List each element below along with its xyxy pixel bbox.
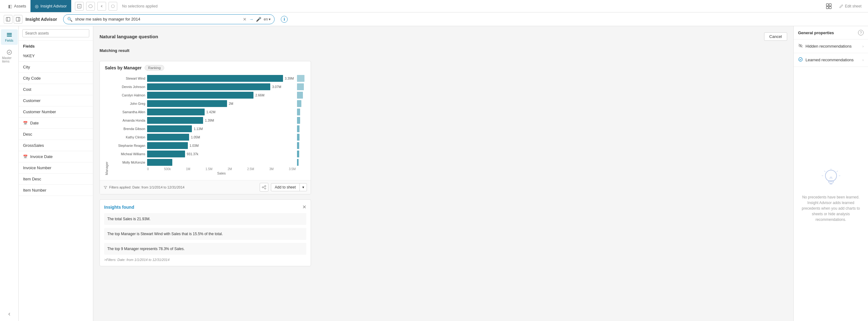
bar-label: Samantha Allen <box>111 110 145 114</box>
no-selections-indicator: No selections applied <box>120 4 160 8</box>
svg-rect-5 <box>829 4 831 6</box>
hidden-recommendations-item[interactable]: Hidden recommendations › <box>794 39 868 53</box>
fields-rail-label: Fields <box>5 39 13 42</box>
bar-container: 2.66M <box>147 92 296 99</box>
bar-container: 3.39M <box>147 75 296 82</box>
info-btn[interactable]: ℹ <box>281 16 288 23</box>
nlq-header: Natural language question Cancel <box>99 32 787 41</box>
field-item[interactable]: Cost <box>19 84 93 95</box>
grid-view-btn[interactable] <box>824 1 834 11</box>
assets-tab[interactable]: ◧ Assets <box>4 0 30 12</box>
bar-container: 1.05M <box>147 134 296 140</box>
language-value: en <box>264 17 268 22</box>
field-item[interactable]: Customer <box>19 95 93 106</box>
bar-value: 3.39M <box>285 76 294 80</box>
bar-row: Dennis Johnson 3.07M <box>111 83 296 90</box>
lasso-tool-btn[interactable] <box>86 2 95 10</box>
right-sidebar-header: General properties ? <box>794 26 868 39</box>
field-item[interactable]: City Code <box>19 73 93 84</box>
right-panel-toggle[interactable] <box>14 15 22 24</box>
small-bar <box>297 83 304 90</box>
y-axis-label: Manager <box>105 75 108 175</box>
add-sheet-dropdown-arrow[interactable]: ▾ <box>300 184 307 191</box>
master-items-rail-label: Master items <box>2 56 17 63</box>
main-content: Natural language question Cancel Matchin… <box>93 26 793 321</box>
fields-rail-item[interactable]: Fields <box>1 29 18 45</box>
field-item[interactable]: Customer Number <box>19 106 93 118</box>
field-item[interactable]: %KEY <box>19 51 93 62</box>
bar <box>147 117 203 124</box>
lightbulb-icon <box>818 166 843 191</box>
left-panel: Fields %KEYCityCity CodeCostCustomerCust… <box>19 26 93 321</box>
toolbar-icons: No selections applied <box>71 2 164 10</box>
add-to-sheet-btn[interactable]: Add to sheet ▾ <box>271 183 307 191</box>
left-panel-toggle[interactable] <box>4 15 12 24</box>
bar-value: 2.66M <box>255 93 265 97</box>
x-tick: 2M <box>228 167 232 171</box>
x-axis-title: Sales <box>111 171 296 175</box>
insight-advisor-tab[interactable]: ◎ Insight Advisor <box>30 0 71 12</box>
bar-label: John Greg <box>111 102 145 105</box>
calendar-icon: 📅 <box>23 121 28 125</box>
icon-rail: Fields Master items <box>0 26 19 321</box>
select-tool-btn[interactable] <box>75 2 84 10</box>
bar-container: 1.03M <box>147 142 296 149</box>
field-item[interactable]: City <box>19 62 93 73</box>
insights-close-btn[interactable]: ✕ <box>302 204 306 210</box>
search-bar[interactable]: 🔍 ✕ → 🎤 en ▾ <box>63 14 275 24</box>
back-tool-btn[interactable] <box>97 2 106 10</box>
share-btn[interactable] <box>260 183 269 192</box>
insight-icon: ◎ <box>35 4 38 9</box>
bar-value: 1.39M <box>205 119 214 122</box>
check-circle-icon <box>798 57 803 63</box>
small-bar <box>297 134 300 140</box>
x-tick: 2.5M <box>247 167 254 171</box>
small-bar <box>297 92 303 99</box>
bar-row: Micheal Williams 931.37k <box>111 151 296 157</box>
forward-tool-btn[interactable] <box>108 2 117 10</box>
insights-panel: Insights found ✕ The total Sales is 21.9… <box>99 199 311 266</box>
no-selections-text: No selections applied <box>122 4 158 8</box>
submit-search-btn[interactable]: → <box>249 17 253 22</box>
chart-header: Sales by Manager Ranking <box>100 61 311 72</box>
field-item[interactable]: 📅Date <box>19 118 93 129</box>
panel-toggles <box>4 15 22 24</box>
field-item[interactable]: Item Number <box>19 185 93 196</box>
learned-recommendations-item[interactable]: Learned recommendations › <box>794 53 868 67</box>
bar-row: Kathy Clinton 1.05M <box>111 134 296 140</box>
nlq-title: Natural language question <box>99 34 158 39</box>
field-item[interactable]: Item Desc <box>19 173 93 185</box>
bar-container: 1.42M <box>147 108 296 116</box>
field-item[interactable]: GrossSales <box>19 140 93 151</box>
svg-line-19 <box>264 186 265 187</box>
svg-rect-8 <box>6 18 10 21</box>
assets-search-input[interactable] <box>22 29 89 37</box>
collapse-rail-btn[interactable] <box>6 311 12 318</box>
help-btn[interactable]: ? <box>858 30 864 35</box>
left-panel-search <box>19 26 93 41</box>
chart-title: Sales by Manager <box>105 65 142 70</box>
master-items-rail-item[interactable]: Master items <box>1 47 18 66</box>
field-item[interactable]: Desc <box>19 129 93 140</box>
clear-search-btn[interactable]: ✕ <box>243 17 247 22</box>
insight-card-2: The top Manager is Stewart Wind with Sal… <box>104 228 306 240</box>
bar <box>147 151 185 157</box>
svg-rect-7 <box>829 6 831 9</box>
small-bar <box>297 75 305 82</box>
x-tick: 3M <box>269 167 274 171</box>
field-item[interactable]: Invoice Number <box>19 162 93 173</box>
bar-value: 1.13M <box>194 127 203 131</box>
cancel-btn[interactable]: Cancel <box>764 32 787 41</box>
language-select[interactable]: en ▾ <box>264 17 271 22</box>
mic-btn[interactable]: 🎤 <box>256 17 261 22</box>
bar <box>147 92 253 99</box>
small-bar <box>297 159 299 166</box>
add-sheet-label[interactable]: Add to sheet <box>271 184 300 191</box>
x-axis-ticks: 0500k1M1.5M2M2.5M3M3.5M <box>111 167 296 171</box>
search-input[interactable] <box>75 17 240 22</box>
x-tick: 500k <box>164 167 171 171</box>
chart-area: Manager Stewart Wind 3.39M Dennis Johnso… <box>100 72 311 180</box>
field-item[interactable]: 📅Invoice Date <box>19 151 93 162</box>
ranking-badge: Ranking <box>145 65 164 71</box>
edit-sheet-btn[interactable]: Edit sheet <box>836 2 864 10</box>
